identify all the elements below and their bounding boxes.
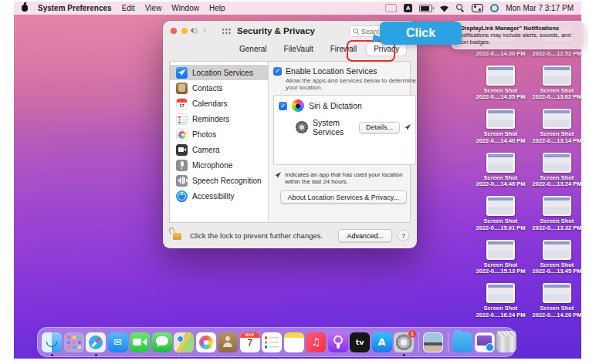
enable-location-checkbox[interactable]: ✓ [273, 67, 282, 76]
screenshot-thumbnail [486, 196, 515, 216]
contacts-icon[interactable] [218, 332, 238, 352]
screenshot-thumbnail [486, 66, 515, 86]
advanced-button[interactable]: Advanced... [338, 229, 392, 242]
screenshot-thumbnail [486, 240, 515, 260]
system-services-gear-icon [296, 121, 308, 133]
privacy-sidebar-item[interactable]: Microphone [170, 157, 268, 173]
sidebar-item-label: Microphone [192, 161, 232, 170]
show-all-grid-icon[interactable] [222, 28, 232, 35]
maps-icon[interactable] [174, 332, 194, 352]
privacy-sidebar-item[interactable]: Location Services [170, 65, 268, 80]
icon-glyph: tv [350, 332, 370, 352]
desktop-file[interactable]: Screen Shot 2022-0....13.24 PM [529, 153, 585, 197]
menu-item[interactable]: Help [209, 4, 225, 12]
siri-icon [292, 99, 304, 112]
desktop-file[interactable]: Screen Shot 2022-0....13.32 PM [529, 196, 585, 240]
siri-dictation-label: Siri & Dictation [309, 101, 362, 110]
dock: ✉ [37, 327, 516, 357]
privacy-sidebar-item[interactable]: Accessibility [170, 188, 268, 204]
photos-icon[interactable] [196, 332, 216, 352]
wifi-icon[interactable] [439, 5, 449, 12]
privacy-sidebar-item[interactable]: Camera [170, 142, 268, 157]
desktop-file[interactable]: Screen Shot 2022-0....13.14 PM [529, 109, 585, 153]
lock-hint-text: Click the lock to prevent further change… [190, 231, 323, 240]
file-timestamp: 2022-0....12.52 PM [533, 51, 582, 58]
close-button[interactable] [171, 28, 177, 34]
safari-icon[interactable] [86, 332, 106, 352]
downloads-folder-icon[interactable] [452, 332, 472, 352]
notification-banner[interactable]: "DisplayLink Manager" Notifications Noti… [451, 21, 585, 49]
help-button[interactable]: ? [398, 230, 409, 241]
reminders-icon [176, 113, 188, 125]
desktop-file[interactable]: Screen Shot 2022-0....13.02 PM [529, 66, 585, 110]
screenshot-file-icon[interactable] [475, 332, 495, 352]
tab-filevault[interactable]: FileVault [277, 42, 320, 56]
back-button[interactable]: ‹ [191, 25, 194, 35]
privacy-sidebar-item[interactable]: Reminders [170, 111, 268, 126]
running-indicator-dot [51, 354, 53, 356]
system-services-row: System Services Details... [274, 112, 415, 136]
forward-button[interactable]: › [203, 25, 206, 35]
icon-glyph: ✉ [108, 332, 128, 352]
menu-item[interactable]: View [145, 4, 162, 12]
desktop-file[interactable]: Screen Shot 2022-0....15.01 PM [472, 196, 529, 240]
dock-divider[interactable] [418, 332, 419, 352]
minimize-button[interactable] [181, 28, 188, 34]
unlocked-padlock-icon[interactable] [173, 233, 181, 240]
apple-tv-icon[interactable]: tv [350, 332, 370, 352]
music-icon[interactable]: ♫ [306, 332, 326, 352]
calendar-icon[interactable]: MAR 7 [240, 332, 260, 352]
image-thumbnail-icon[interactable] [423, 332, 443, 352]
mail-icon[interactable]: ✉ [108, 332, 128, 352]
menu-item[interactable]: Window [171, 4, 199, 12]
about-location-services-button[interactable]: About Location Services & Privacy... [280, 190, 407, 204]
reminders-icon[interactable] [262, 332, 282, 352]
system-preferences-icon[interactable]: 1 [394, 332, 414, 352]
apple-menu-icon[interactable] [22, 5, 28, 12]
menu-item[interactable]: Edit [122, 4, 135, 12]
app-menu[interactable]: System Preferences [38, 4, 112, 12]
desktop-file[interactable]: Screen Shot 2022-0....14.48 PM [472, 153, 529, 197]
screen-mirroring-icon[interactable] [385, 4, 397, 12]
menu-bar: System Preferences EditViewWindowHelp A … [14, 2, 581, 15]
screenshot-thumbnail [543, 196, 571, 216]
desktop-file[interactable]: Screen Shot 2022-0....14.40 PM [472, 109, 529, 153]
trash-icon[interactable] [496, 332, 516, 352]
privacy-sidebar-item[interactable]: Speech Recognition [170, 173, 268, 188]
battery-icon[interactable] [419, 5, 432, 12]
menu-list: EditViewWindowHelp [122, 4, 225, 12]
tab-general[interactable]: General [232, 42, 274, 56]
privacy-sidebar-item[interactable]: 17 Calendars [170, 96, 268, 111]
facetime-icon[interactable] [130, 332, 150, 352]
displaylink-menu-icon[interactable] [490, 4, 499, 12]
spotlight-icon[interactable] [456, 4, 465, 12]
menu-bar-clock[interactable]: Mon Mar 7 3:17 PM [506, 4, 574, 12]
input-source-icon[interactable]: A [404, 4, 412, 12]
desktop-file[interactable]: Screen Shot 2022-0....14.35 PM [472, 66, 529, 110]
notification-title: "DisplayLink Manager" Notifications [458, 25, 578, 32]
screenshot-thumbnail [543, 109, 571, 129]
sidebar-item-label: Accessibility [192, 192, 234, 201]
siri-dictation-checkbox[interactable]: ✓ [279, 102, 287, 110]
notification-body: Notifications may include alerts, sounds… [458, 32, 578, 46]
desktop-file[interactable]: Screen Shot 2022-0....15.13 PM [472, 240, 529, 284]
messages-icon[interactable] [152, 332, 172, 352]
desktop-file[interactable]: Screen Shot 2022-0....16.24 PM [472, 283, 529, 327]
app-store-icon[interactable]: A [372, 332, 392, 352]
launchpad-icon[interactable] [64, 332, 84, 352]
screenshot-frame: System Preferences EditViewWindowHelp A … [0, 0, 589, 364]
file-timestamp: 2022-0....14.40 PM [476, 138, 526, 145]
privacy-sidebar-item[interactable]: Contacts [170, 80, 268, 96]
desktop-file[interactable]: Screen Shot 2022-0....13.45 PM [529, 240, 585, 284]
details-button[interactable]: Details... [359, 122, 400, 133]
location-used-arrow-icon [405, 124, 411, 130]
file-timestamp: 2022-0....13.24 PM [533, 181, 582, 188]
dock-divider[interactable] [448, 332, 449, 352]
privacy-sidebar-item[interactable]: Photos [170, 126, 268, 142]
control-center-icon[interactable] [472, 4, 483, 12]
location-services-icon [176, 67, 188, 79]
notes-icon[interactable] [284, 332, 304, 352]
finder-icon[interactable] [42, 332, 62, 352]
podcasts-icon[interactable] [328, 332, 348, 352]
desktop-file[interactable]: Screen Shot 2022-0....14.20 PM [529, 283, 585, 327]
